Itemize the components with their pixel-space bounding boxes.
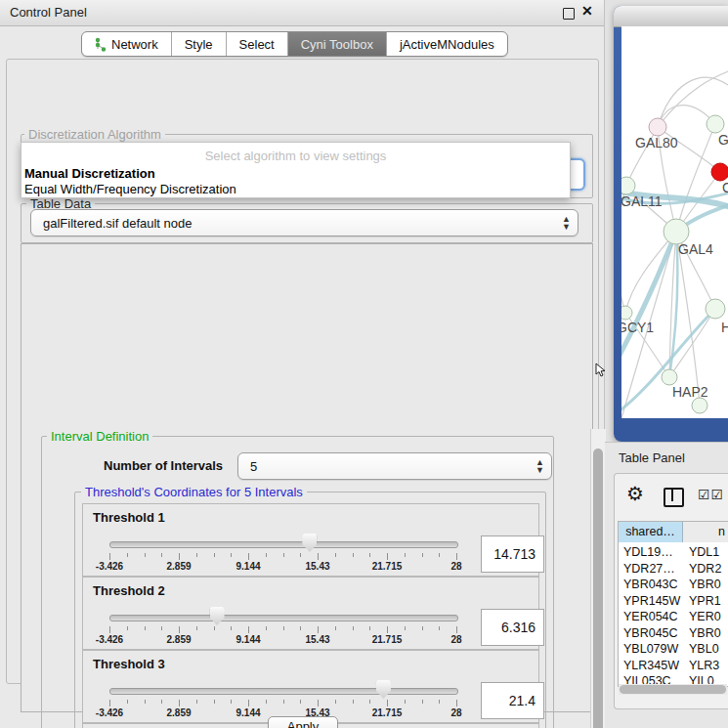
network-node-hap2[interactable] [662, 369, 677, 385]
slider-tick [214, 626, 215, 630]
slider-tick [161, 700, 162, 704]
tab-style[interactable]: Style [172, 32, 227, 56]
cell-shared-name: YPR145W [623, 594, 680, 608]
table-horizontal-scrollbar[interactable] [619, 684, 727, 695]
network-edge[interactable] [676, 124, 715, 232]
number-of-intervals-label: Number of Intervals [104, 458, 223, 473]
slider-tick [283, 626, 284, 630]
threshold-value-field[interactable]: 14.713 [481, 535, 544, 573]
apply-button[interactable]: Apply [268, 716, 338, 728]
table-row[interactable]: YDR27…YDR2 [619, 562, 728, 578]
cell-name: YDR2 [689, 562, 721, 576]
network-node-h[interactable] [706, 299, 725, 319]
panel-scrollbar-thumb[interactable] [593, 449, 603, 728]
slider-tick [300, 553, 301, 557]
slider-tick [353, 700, 354, 704]
slider-tick [161, 626, 162, 630]
slider-tick [145, 626, 146, 630]
slider-tick-label: 2.859 [166, 634, 191, 645]
slider-tick [353, 626, 354, 630]
slider-track[interactable] [109, 541, 458, 548]
cell-shared-name: YDR27… [623, 562, 675, 576]
tab-cyni-toolbox[interactable]: Cyni Toolbox [288, 32, 387, 56]
gear-icon[interactable]: ⚙ [626, 484, 644, 503]
slider-tick [231, 553, 232, 557]
node-table[interactable]: shared… n YDL19…YDL1YDR27…YDR2YBR043CYBR… [618, 521, 728, 687]
slider-tick-label: 15.43 [305, 561, 329, 572]
table-hscroll-thumb[interactable] [620, 685, 726, 694]
control-panel: Control Panel ✕ NetworkStyleSelectCyni T… [0, 0, 605, 728]
cell-name: YBL0 [689, 642, 719, 656]
table-row[interactable]: YPR145WYPR1 [619, 594, 728, 611]
checked-boxes-icon[interactable]: ☑☑ [698, 487, 724, 502]
slider-tick-label: 21.715 [372, 634, 403, 645]
slider-tick-label: 2.859 [166, 561, 191, 572]
slider-tick [335, 700, 336, 704]
node-label: HAP2 [672, 384, 708, 400]
slider-tick [369, 553, 370, 557]
float-window-icon[interactable] [563, 8, 575, 20]
panel-scrollbar[interactable] [590, 429, 606, 728]
tab-jactivemnodules[interactable]: jActiveMNodules [387, 32, 507, 56]
popup-item-equal-width-frequency[interactable]: Equal Width/Frequency Discretization [24, 182, 236, 196]
network-node-gal11[interactable] [621, 177, 635, 194]
slider-track[interactable] [109, 615, 458, 621]
popup-hint: Select algorithm to view settings [21, 149, 570, 163]
interval-definition-title: Interval Definition [47, 429, 152, 444]
slider-tick-label: 9.144 [236, 561, 260, 572]
tab-label: jActiveMNodules [400, 37, 494, 52]
network-node-gal80[interactable] [649, 118, 666, 136]
network-edge-highlighted[interactable] [669, 232, 677, 377]
slider-tick [387, 700, 388, 707]
network-node[interactable] [692, 398, 707, 413]
cell-name: YLR3 [689, 659, 719, 672]
slider-tick [196, 626, 197, 630]
threshold-value-field[interactable]: 6.316 [481, 609, 544, 646]
network-node-gcy1[interactable] [621, 306, 632, 320]
close-icon[interactable]: ✕ [581, 3, 593, 19]
table-row[interactable]: YBL079WYBL0 [619, 642, 728, 659]
split-columns-icon[interactable] [664, 488, 684, 507]
network-node-c[interactable] [711, 163, 728, 181]
slider-tick [422, 626, 423, 630]
slider-thumb[interactable] [302, 534, 317, 552]
network-canvas[interactable]: GAL80GCGAL11GAL4GCY1HHAP2 [621, 26, 728, 418]
slider-thumb[interactable] [210, 607, 225, 625]
slider-tick [127, 626, 128, 630]
slider-tick [127, 700, 128, 704]
cell-name: YBR0 [689, 626, 721, 640]
slider-tick [283, 553, 284, 557]
table-data-combobox[interactable]: galFiltered.sif default node ▲▼ [30, 209, 578, 236]
table-row[interactable]: YBR043CYBR0 [619, 578, 728, 594]
popup-item-manual-discretization[interactable]: Manual Discretization [24, 166, 155, 181]
table-row[interactable]: YDL19…YDL1 [619, 545, 728, 562]
column-header-shared-name[interactable]: shared… [619, 522, 683, 542]
slider-tick [109, 626, 110, 633]
threshold-label: Threshold 3 [93, 657, 165, 671]
slider-tick [196, 700, 197, 704]
slider-tick-label: 28 [450, 707, 461, 718]
network-edge[interactable] [676, 232, 700, 406]
thresholds-group-title: Threshold's Coordinates for 5 Intervals [81, 485, 307, 499]
network-edge-highlighted[interactable] [621, 232, 676, 359]
table-row[interactable]: YLR345WYLR3 [619, 659, 728, 675]
tab-select[interactable]: Select [227, 32, 288, 56]
network-edge[interactable] [625, 232, 676, 313]
threshold-value-field[interactable]: 21.4 [481, 682, 544, 719]
number-of-intervals-combobox[interactable]: 5 ▲▼ [237, 452, 552, 480]
slider-tick [145, 700, 146, 704]
cell-shared-name: YER054C [623, 610, 678, 623]
column-header-name[interactable]: n [683, 522, 728, 542]
slider-tick [318, 700, 319, 707]
network-window-titlebar[interactable] [614, 6, 728, 27]
slider-track[interactable] [109, 688, 458, 695]
table-row[interactable]: YBR045CYBR0 [619, 626, 728, 643]
slider-thumb[interactable] [376, 680, 391, 699]
slider-tick [214, 700, 215, 704]
table-row[interactable]: YER054CYER0 [619, 610, 728, 626]
slider-tick [335, 626, 336, 630]
network-node-g[interactable] [707, 115, 724, 133]
slider-tick [248, 553, 249, 560]
tab-network[interactable]: Network [82, 32, 172, 56]
network-graph: GAL80GCGAL11GAL4GCY1HHAP2 [621, 26, 728, 418]
